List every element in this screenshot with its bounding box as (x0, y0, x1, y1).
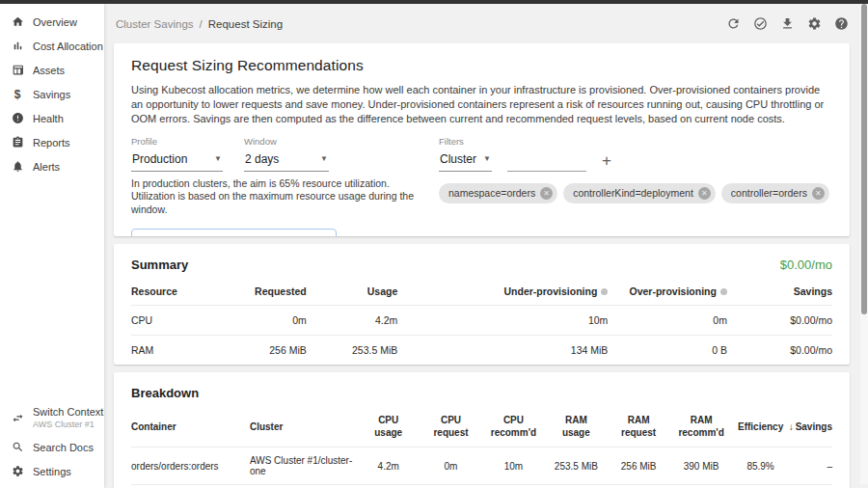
requested-cell: 256 MiB (236, 336, 307, 366)
help-icon[interactable] (834, 16, 849, 31)
profile-window-controls: Profile Production ▼ Window 2 days ▼ (131, 136, 425, 218)
window-select[interactable]: 2 days ▼ (244, 149, 329, 172)
column-header-cpu-usage[interactable]: CPUusage (357, 406, 420, 447)
sidebar-item-alerts[interactable]: Alerts (0, 154, 104, 178)
filter-chips: namespace=orders ✕ controllerKind=deploy… (439, 183, 829, 203)
breadcrumb-parent[interactable]: Cluster Savings (116, 18, 194, 30)
filter-chip[interactable]: controller=orders ✕ (721, 183, 829, 203)
breadcrumb-current: Request Sizing (208, 18, 283, 30)
sidebar-item-search-docs[interactable]: Search Docs (0, 435, 104, 459)
breakdown-title: Breakdown (131, 386, 199, 400)
breakdown-card: Breakdown Container Cluster CPUusage CPU… (114, 372, 850, 488)
breakdown-table: Container Cluster CPUusage CPUrequest CP… (131, 406, 832, 488)
filter-value-input[interactable] (507, 152, 586, 172)
profile-label: Profile (131, 136, 223, 147)
total-savings-value: $0.00/mo (780, 258, 832, 272)
table-row: RAM 256 MiB 253.5 MiB 134 MiB 0 B $0.00/… (131, 336, 832, 366)
sidebar-item-label: Health (33, 113, 64, 124)
sidebar-item-cost-allocation[interactable]: Cost Allocation (0, 34, 104, 58)
under-provisioning-cell: 10m (397, 306, 608, 336)
window-label: Window (244, 136, 329, 147)
chip-label: controllerKind=deployment (573, 187, 693, 199)
chip-label: namespace=orders (448, 187, 535, 199)
scrollbar-thumb[interactable] (861, 4, 867, 314)
scrollbar[interactable] (860, 0, 868, 484)
column-header-over-provisioning: Over-provisioning (608, 278, 727, 306)
main-content: Cluster Savings / Request Sizing Request… (104, 4, 868, 488)
summary-header-row: Resource Requested Usage Under-provision… (131, 278, 832, 306)
filter-type-select[interactable]: Cluster ▼ (439, 149, 492, 172)
current-cluster-label: AWS Cluster #1 (33, 420, 103, 429)
breadcrumb-separator: / (200, 18, 203, 30)
sidebar-item-health[interactable]: Health (0, 106, 104, 130)
bell-icon (11, 160, 24, 174)
profile-select-field: Profile Production ▼ (131, 136, 223, 172)
filter-chip[interactable]: namespace=orders ✕ (439, 183, 557, 203)
profile-select[interactable]: Production ▼ (131, 149, 223, 172)
download-icon[interactable] (780, 16, 795, 31)
chevron-down-icon: ▼ (320, 154, 328, 163)
table-row: CPU 0m 4.2m 10m 0m $0.00/mo (131, 306, 832, 336)
sidebar-item-reports[interactable]: Reports (0, 130, 104, 154)
sidebar-item-label: Search Docs (33, 442, 94, 453)
ram-request-cell: 256 MiB (608, 447, 670, 485)
column-header-requested: Requested (236, 278, 307, 306)
profile-value: Production (132, 152, 187, 166)
ram-usage-cell: 253.5 MiB (545, 447, 608, 485)
sidebar-item-savings[interactable]: $ Savings (0, 82, 104, 106)
info-icon[interactable] (720, 288, 727, 295)
column-header-ram-recommended[interactable]: RAMrecomm'd (670, 406, 733, 447)
bar-chart-icon (11, 40, 24, 53)
topbar-actions (726, 16, 849, 31)
cpu-recommended-cell: 10m (482, 447, 545, 485)
filter-chip[interactable]: controllerKind=deployment ✕ (563, 183, 716, 203)
gear-icon (11, 465, 24, 478)
column-header-cpu-recommended[interactable]: CPUrecomm'd (482, 406, 545, 447)
page-title: Request Sizing Recommendations (131, 57, 832, 74)
sidebar-item-switch-context[interactable]: Switch Context AWS Cluster #1 (0, 400, 104, 435)
add-filter-icon[interactable]: + (602, 152, 611, 172)
savings-cell: $0.00/mo (727, 336, 832, 366)
swap-arrows-icon (11, 411, 24, 424)
over-provisioning-cell: 0 B (608, 336, 727, 366)
sidebar-nav: Overview Cost Allocation Assets $ Saving… (0, 4, 104, 178)
column-header-cpu-request[interactable]: CPUrequest (420, 406, 482, 447)
sidebar-item-label: Assets (33, 65, 65, 76)
close-icon[interactable]: ✕ (540, 187, 553, 200)
controls-row: Profile Production ▼ Window 2 days ▼ (131, 136, 832, 218)
resource-cell: CPU (131, 306, 236, 336)
close-icon[interactable]: ✕ (812, 187, 825, 200)
savings-cell: $0.00/mo (727, 306, 832, 336)
breakdown-header-row: Container Cluster CPUusage CPUrequest CP… (131, 406, 832, 447)
column-header-ram-usage[interactable]: RAMusage (545, 406, 608, 447)
error-circle-icon (11, 112, 24, 125)
sidebar: Overview Cost Allocation Assets $ Saving… (0, 4, 104, 488)
column-header-resource: Resource (131, 278, 236, 306)
setup-auto-recommendations-button[interactable]: SETUP AUTO RECOMMENDATIONS (131, 229, 337, 236)
chip-label: controller=orders (731, 187, 807, 199)
efficiency-cell: 85.9% (733, 447, 789, 485)
column-header-savings-sort[interactable]: ↓Savings (789, 406, 832, 447)
info-icon[interactable] (601, 288, 608, 295)
check-circle-icon[interactable] (753, 16, 768, 31)
column-header-cluster: Cluster (250, 406, 357, 447)
page-description: Using Kubecost allocation metrics, we de… (131, 83, 832, 127)
profile-helper-text: In production clusters, the aim is 65% r… (131, 177, 425, 218)
requested-cell: 0m (236, 306, 307, 336)
usage-cell: 4.2m (307, 306, 398, 336)
refresh-icon[interactable] (726, 16, 741, 31)
ram-recommended-cell: 390 MiB (670, 447, 733, 485)
container-cell: orders/orders:orders (131, 447, 250, 485)
sidebar-item-assets[interactable]: Assets (0, 58, 104, 82)
page-topbar: Cluster Savings / Request Sizing (104, 4, 868, 43)
sidebar-item-overview[interactable]: Overview (0, 10, 104, 34)
over-provisioning-cell: 0m (608, 306, 727, 336)
sidebar-item-settings[interactable]: Settings (0, 459, 104, 483)
cpu-request-cell: 0m (420, 447, 482, 485)
column-header-ram-request[interactable]: RAMrequest (608, 406, 670, 447)
close-icon[interactable]: ✕ (698, 187, 711, 200)
column-header-efficiency[interactable]: Efficiency (733, 406, 789, 447)
gear-icon[interactable] (807, 16, 822, 31)
sidebar-item-label: Settings (33, 466, 71, 477)
cpu-usage-cell: 4.2m (357, 447, 420, 485)
